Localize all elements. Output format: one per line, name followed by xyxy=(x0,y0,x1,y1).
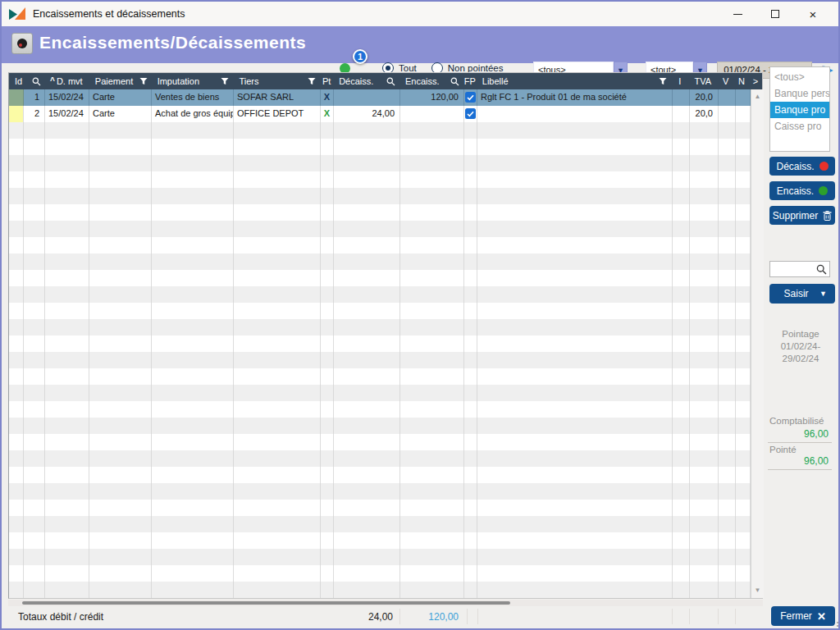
table-row[interactable] xyxy=(9,237,751,253)
cell-indicator xyxy=(9,270,24,286)
column-header-tva[interactable]: TVA xyxy=(688,73,717,89)
column-header-id[interactable]: Id xyxy=(9,73,45,89)
table-row[interactable] xyxy=(9,319,751,336)
table-row[interactable] xyxy=(9,188,751,204)
cell-i xyxy=(673,582,690,598)
table-row[interactable] xyxy=(9,401,751,418)
cell-v xyxy=(719,385,736,401)
cell-imputation xyxy=(152,582,234,598)
vertical-scrollbar[interactable]: ▲ ▼ xyxy=(751,89,764,598)
table-row[interactable] xyxy=(9,500,751,516)
cell-dmvt xyxy=(45,155,89,171)
cell-encaiss xyxy=(400,352,464,368)
cell-encaiss xyxy=(400,286,464,303)
cell-tiers xyxy=(234,188,321,204)
column-header-decaiss[interactable]: Décaiss. xyxy=(333,73,399,89)
table-row[interactable] xyxy=(9,221,751,237)
cell-indicator xyxy=(9,368,24,385)
cell-i xyxy=(673,188,690,204)
fp-checkbox[interactable] xyxy=(465,108,476,119)
column-header-imputation[interactable]: Imputation xyxy=(152,73,234,89)
account-item[interactable]: <tous> xyxy=(770,69,829,85)
cell-decaiss xyxy=(334,385,400,401)
cell-tva xyxy=(690,582,719,598)
cell-libelle xyxy=(477,303,673,319)
fermer-button[interactable]: Fermer ✕ xyxy=(771,606,835,626)
cell-indicator xyxy=(9,319,24,336)
column-header-encaiss[interactable]: Encaiss. xyxy=(399,73,463,89)
cell-fp xyxy=(464,221,477,237)
cell-pt xyxy=(321,270,334,286)
decaissement-button[interactable]: Décaiss. xyxy=(769,157,835,176)
column-header-i[interactable]: I xyxy=(671,73,688,89)
table-row[interactable] xyxy=(9,204,751,221)
cell-id xyxy=(24,549,45,565)
maximize-button[interactable] xyxy=(756,2,794,26)
account-item[interactable]: Banque perso xyxy=(770,85,829,102)
cell-n xyxy=(736,171,751,188)
table-row[interactable] xyxy=(9,483,751,500)
table-row[interactable] xyxy=(9,532,751,549)
column-header-paiement[interactable]: Paiement xyxy=(89,73,152,89)
cell-i xyxy=(673,516,690,532)
more-columns-icon[interactable]: > xyxy=(749,73,762,89)
column-header-pt[interactable]: Pt xyxy=(320,73,333,89)
fp-checkbox[interactable] xyxy=(465,92,476,103)
column-header-fp[interactable]: FP xyxy=(463,73,477,89)
cell-fp xyxy=(464,532,477,549)
table-row[interactable] xyxy=(9,270,751,286)
saisir-button[interactable]: Saisir ▼ xyxy=(769,284,835,304)
total-credit: 120,00 xyxy=(394,607,459,627)
cell-encaiss xyxy=(400,467,464,483)
notification-badge[interactable]: 1 xyxy=(353,49,368,64)
table-row[interactable] xyxy=(9,155,751,171)
table-row[interactable] xyxy=(9,582,751,598)
cell-paiement xyxy=(89,401,152,418)
table-row[interactable] xyxy=(9,450,751,467)
table-row[interactable] xyxy=(9,516,751,532)
resize-grip[interactable] xyxy=(830,622,838,630)
table-row[interactable]: 115/02/24CarteVentes de biensSOFAR SARLX… xyxy=(9,89,751,106)
table-row[interactable] xyxy=(9,565,751,582)
cell-fp xyxy=(464,89,477,106)
table-row[interactable] xyxy=(9,385,751,401)
supprimer-button[interactable]: Supprimer xyxy=(769,206,835,225)
cell-v xyxy=(719,352,736,368)
scroll-down-icon[interactable]: ▼ xyxy=(751,585,764,596)
cell-imputation xyxy=(152,549,234,565)
account-item[interactable]: Caisse pro xyxy=(770,118,829,135)
cell-fp xyxy=(464,401,477,418)
horizontal-scroll-thumb[interactable] xyxy=(22,601,510,605)
column-header-libelle[interactable]: Libellé xyxy=(477,73,671,89)
table-row[interactable] xyxy=(9,434,751,450)
sidebar-search-input[interactable] xyxy=(769,261,830,277)
pointe-label: Pointé xyxy=(769,445,797,454)
cell-i xyxy=(673,368,690,385)
cell-id xyxy=(24,582,45,598)
table-row[interactable] xyxy=(9,549,751,565)
table-row[interactable] xyxy=(9,467,751,483)
table-row[interactable] xyxy=(9,336,751,352)
table-row[interactable]: 215/02/24CarteAchat de gros équipOFFICE … xyxy=(9,106,751,122)
column-header-dmvt[interactable]: ^D. mvt xyxy=(45,73,89,89)
table-row[interactable] xyxy=(9,418,751,434)
close-button[interactable]: × xyxy=(794,2,832,26)
table-row[interactable] xyxy=(9,303,751,319)
table-row[interactable] xyxy=(9,171,751,188)
account-item[interactable]: Banque pro xyxy=(770,102,829,118)
scroll-up-icon[interactable]: ▲ xyxy=(751,91,764,103)
minimize-button[interactable] xyxy=(719,2,756,26)
table-row[interactable] xyxy=(9,122,751,139)
table-row[interactable] xyxy=(9,139,751,155)
cell-id xyxy=(24,204,45,221)
table-row[interactable] xyxy=(9,352,751,368)
column-header-tiers[interactable]: Tiers xyxy=(233,73,320,89)
column-header-n[interactable]: N xyxy=(734,73,749,89)
encaissement-button[interactable]: Encaiss. xyxy=(769,181,835,200)
column-header-v[interactable]: V xyxy=(717,73,734,89)
table-row[interactable] xyxy=(9,286,751,303)
horizontal-scrollbar[interactable] xyxy=(8,600,763,606)
table-row[interactable] xyxy=(9,253,751,270)
pointage-info: Pointage 01/02/24- 29/02/24 xyxy=(765,328,837,365)
table-row[interactable] xyxy=(9,368,751,385)
